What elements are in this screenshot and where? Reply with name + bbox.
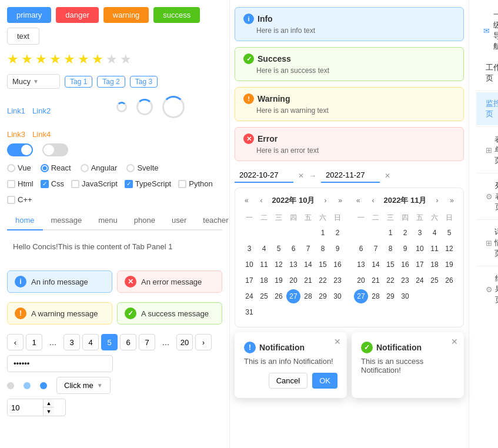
cal-day[interactable]: 28 <box>369 289 383 303</box>
notification-ok-button[interactable]: OK <box>312 373 337 389</box>
tab-user[interactable]: user <box>163 211 195 230</box>
cal-day[interactable]: 30 <box>330 289 345 303</box>
date-to-input[interactable] <box>321 168 380 183</box>
radio-react[interactable]: React <box>41 163 71 172</box>
nav-item-monitor[interactable]: 监控页 <box>476 92 498 125</box>
cal-day[interactable]: 18 <box>257 273 271 287</box>
star-4[interactable]: ★ <box>49 52 61 67</box>
next-page-button[interactable]: › <box>195 334 212 350</box>
cal-day[interactable]: 20 <box>286 273 300 287</box>
date-clear-from[interactable]: ✕ <box>298 172 304 180</box>
cal-day[interactable]: 21 <box>301 273 315 287</box>
cal-day[interactable]: 6 <box>286 242 300 256</box>
radio-vue[interactable]: Vue <box>7 163 31 172</box>
cal-next-button-nov[interactable]: › <box>433 195 440 206</box>
link1[interactable]: Link1 <box>7 106 25 115</box>
cal-day[interactable]: 14 <box>369 258 383 272</box>
cal-day[interactable]: 8 <box>316 242 330 256</box>
cal-day[interactable]: 16 <box>330 258 345 272</box>
cal-day[interactable]: 29 <box>383 289 397 303</box>
cal-day[interactable]: 1 <box>316 226 330 240</box>
nav-item-detail[interactable]: ⊞ 详情页 ▼ <box>476 221 498 265</box>
nav-item-result[interactable]: ⚙ 结果页 ▼ <box>476 268 498 311</box>
cal-day[interactable]: 4 <box>427 226 442 240</box>
page-7-button[interactable]: 7 <box>139 334 155 350</box>
check-html[interactable]: Html <box>7 179 34 188</box>
decrement-button[interactable]: ▼ <box>44 407 54 416</box>
cal-prev-button[interactable]: ‹ <box>258 195 265 206</box>
cal-day[interactable]: 17 <box>413 258 427 272</box>
cal-day[interactable]: 4 <box>257 242 271 256</box>
page-1-button[interactable]: 1 <box>26 334 42 350</box>
radio-angular[interactable]: Angular <box>81 163 118 172</box>
link2[interactable]: Link2 <box>32 106 51 115</box>
tab-message[interactable]: message <box>43 211 91 230</box>
star-1[interactable]: ★ <box>7 52 19 67</box>
star-8[interactable]: ★ <box>106 52 118 67</box>
cal-day[interactable]: 18 <box>427 258 442 272</box>
check-python[interactable]: Python <box>178 179 212 188</box>
cal-day[interactable]: 15 <box>316 258 330 272</box>
cal-day[interactable]: 25 <box>427 273 442 287</box>
cal-day[interactable]: 13 <box>286 258 300 272</box>
cal-day[interactable]: 5 <box>442 226 456 240</box>
text-button[interactable]: text <box>7 28 39 45</box>
cal-prev-prev-button[interactable]: « <box>242 195 251 206</box>
select-dropdown[interactable]: Mucy ▼ <box>7 74 60 89</box>
check-css[interactable]: Css <box>41 179 64 188</box>
page-4-button[interactable]: 4 <box>82 334 99 350</box>
page-5-button[interactable]: 5 <box>101 334 118 350</box>
cal-day[interactable]: 20 <box>354 273 368 287</box>
tab-menu[interactable]: menu <box>90 211 126 230</box>
cal-day[interactable]: 26 <box>442 273 456 287</box>
toggle-off[interactable] <box>42 143 68 156</box>
page-3-button[interactable]: 3 <box>63 334 80 350</box>
cal-day[interactable]: 7 <box>301 242 315 256</box>
cal-day[interactable]: 17 <box>242 273 256 287</box>
notification-success-close[interactable]: ✕ <box>451 337 458 346</box>
cal-day[interactable]: 7 <box>369 242 383 256</box>
star-9[interactable]: ★ <box>120 52 132 67</box>
cal-day[interactable]: 26 <box>272 289 286 303</box>
number-input[interactable]: ▲ ▼ <box>7 399 66 416</box>
cal-day[interactable]: 27 <box>286 289 300 303</box>
cal-day[interactable]: 10 <box>413 242 427 256</box>
cal-next-next-button-nov[interactable]: » <box>447 195 456 206</box>
cal-day[interactable]: 8 <box>383 242 397 256</box>
cal-day[interactable]: 25 <box>257 289 271 303</box>
star-rating[interactable]: ★ ★ ★ ★ ★ ★ ★ ★ ★ <box>7 52 222 67</box>
cal-day[interactable]: 3 <box>413 226 427 240</box>
star-6[interactable]: ★ <box>78 52 89 67</box>
cal-prev-button-nov[interactable]: ‹ <box>370 195 377 206</box>
link4[interactable]: Link4 <box>32 130 51 139</box>
tab-teacher[interactable]: teacher <box>195 211 229 230</box>
check-ts[interactable]: TypeScript <box>125 179 171 188</box>
cal-day[interactable]: 28 <box>301 289 315 303</box>
cal-day[interactable]: 6 <box>354 242 368 256</box>
cal-next-button-oct[interactable]: › <box>322 195 329 206</box>
cal-day[interactable]: 2 <box>330 226 345 240</box>
cal-day[interactable]: 29 <box>316 289 330 303</box>
number-value[interactable] <box>8 399 43 416</box>
cal-day[interactable]: 30 <box>398 289 412 303</box>
tag-2[interactable]: Tag 2 <box>97 76 125 88</box>
cal-day[interactable]: 19 <box>442 258 456 272</box>
warning-button[interactable]: warning <box>103 7 149 23</box>
cal-day[interactable]: 23 <box>398 273 412 287</box>
page-6-button[interactable]: 6 <box>120 334 136 350</box>
click-me-button[interactable]: Click me ▼ <box>56 377 111 394</box>
cal-day[interactable]: 24 <box>242 289 256 303</box>
cal-day[interactable]: 12 <box>442 242 456 256</box>
cal-day[interactable]: 23 <box>330 273 345 287</box>
cal-day[interactable]: 27 <box>354 289 368 303</box>
danger-button[interactable]: danger <box>56 7 98 23</box>
increment-button[interactable]: ▲ <box>44 399 54 407</box>
link3[interactable]: Link3 <box>7 130 25 139</box>
date-clear-to[interactable]: ✕ <box>385 172 390 180</box>
cal-day[interactable]: 9 <box>398 242 412 256</box>
star-3[interactable]: ★ <box>35 52 47 67</box>
nav-item-form[interactable]: ⊞ 表单页 ▼ <box>476 128 498 172</box>
cal-day[interactable]: 19 <box>272 273 286 287</box>
tag-3[interactable]: Tag 3 <box>130 76 158 88</box>
cal-day[interactable]: 5 <box>272 242 286 256</box>
